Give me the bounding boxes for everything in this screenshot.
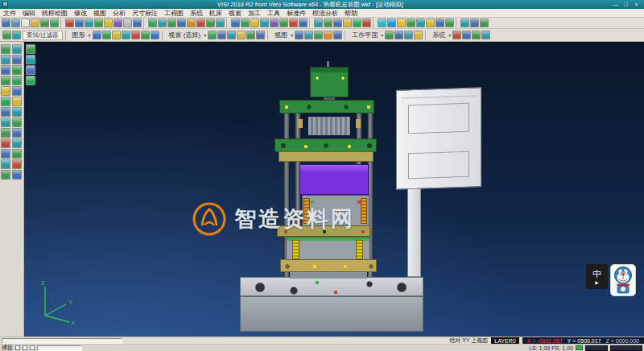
menu-item[interactable]: 文件	[0, 9, 19, 18]
toolbar-icon[interactable]	[21, 19, 30, 27]
toolbar-icon[interactable]	[2, 19, 10, 27]
toolbar-icon[interactable]	[426, 19, 435, 27]
menu-item[interactable]: 分析	[109, 9, 129, 18]
toolbar-icon[interactable]	[114, 19, 122, 27]
toolbar-icon[interactable]	[12, 65, 22, 75]
toolbar-icon[interactable]	[241, 19, 250, 27]
viewport-canvas[interactable]: 智造资料网 Z X Y 中 ▶	[24, 42, 644, 337]
toolbar-icon[interactable]	[196, 19, 205, 27]
toolbar-icon[interactable]	[1, 76, 10, 85]
toolbar-icon[interactable]	[299, 19, 308, 27]
toolbar-icon[interactable]	[65, 19, 74, 27]
menu-item[interactable]: 工具	[264, 9, 283, 18]
toolbar-icon[interactable]	[133, 19, 142, 27]
toolbar-icon[interactable]	[158, 19, 167, 27]
menu-item[interactable]: 系统	[187, 9, 206, 18]
toolbar-icon[interactable]	[1, 97, 10, 106]
toolbar-icon[interactable]	[112, 31, 121, 39]
toolbar-icon[interactable]	[460, 19, 469, 27]
toolbar-icon[interactable]	[104, 19, 113, 27]
model-riser-block[interactable]	[290, 272, 367, 279]
snap-toggle[interactable]	[30, 345, 35, 350]
toolbar-icon[interactable]	[206, 19, 215, 27]
toolbar-icon[interactable]	[279, 19, 288, 27]
model-top-clamp-plate[interactable]	[275, 138, 377, 152]
toolbar-icon[interactable]	[12, 149, 22, 159]
toolbar-group-workplane[interactable]: 工作平面	[350, 31, 379, 39]
toolbar-icon[interactable]	[343, 19, 352, 27]
toolbar-icon[interactable]	[12, 86, 22, 96]
model-side-panel[interactable]	[396, 87, 481, 190]
toolbar-icon[interactable]	[12, 118, 22, 127]
menu-item[interactable]: 线框绘图	[39, 9, 71, 18]
ime-indicator[interactable]: 中 ▶	[586, 264, 608, 289]
toolbar-icon[interactable]	[480, 19, 489, 27]
toolbar-icon[interactable]	[324, 31, 332, 39]
menu-item[interactable]: 视图	[90, 9, 109, 18]
toolbar-icon[interactable]	[378, 19, 386, 27]
menu-item[interactable]: 帮助	[341, 9, 361, 18]
toolbar-icon[interactable]	[260, 19, 269, 27]
menu-item[interactable]: 机床	[206, 9, 225, 18]
toolbar-icon[interactable]	[246, 31, 255, 39]
model-lower-plate[interactable]	[280, 259, 377, 272]
toolbar-icon[interactable]	[26, 65, 35, 75]
model-vertical-strip[interactable]	[407, 188, 421, 277]
toolbar-icon[interactable]	[1, 107, 10, 117]
toolbar-icon[interactable]	[12, 97, 22, 106]
toolbar-icon[interactable]	[12, 128, 22, 138]
toolbar-icon[interactable]	[250, 19, 259, 27]
toolbar-icon[interactable]	[314, 31, 323, 39]
toolbar-icon[interactable]	[26, 76, 35, 85]
toolbar-icon[interactable]	[1, 86, 10, 96]
toolbar-icon[interactable]	[85, 19, 93, 27]
toolbar-icon[interactable]	[1, 170, 10, 180]
toolbar-icon[interactable]	[394, 31, 403, 39]
toolbar-group-window-select[interactable]: 视窗 (选择)	[167, 31, 203, 39]
menu-item[interactable]: 标准件	[283, 9, 309, 18]
toolbar-icon[interactable]	[362, 19, 371, 27]
toolbar-icon[interactable]	[353, 19, 361, 27]
toolbar-icon[interactable]	[102, 31, 111, 39]
toolbar-icon[interactable]	[11, 19, 20, 27]
toolbar-icon[interactable]	[1, 118, 10, 127]
toolbar-icon[interactable]	[75, 19, 84, 27]
toolbar-icon[interactable]	[324, 19, 332, 27]
toolbar-icon[interactable]	[416, 19, 425, 27]
menu-item[interactable]: 编辑	[19, 9, 39, 18]
toolbar-icon[interactable]	[404, 31, 413, 39]
toolbar-icon[interactable]	[12, 44, 22, 54]
toolbar-icon[interactable]	[93, 31, 101, 39]
toolbar-icon[interactable]	[452, 31, 461, 39]
toolbar-icon[interactable]	[231, 19, 240, 27]
toolbar-icon[interactable]	[12, 31, 21, 39]
toolbar-icon[interactable]	[12, 138, 22, 148]
command-input[interactable]	[2, 338, 122, 344]
toolbar-icon[interactable]	[1, 65, 10, 75]
toolbar-icon[interactable]	[256, 31, 265, 39]
toolbar-icon[interactable]	[12, 76, 22, 85]
menu-item[interactable]: 模流分析	[309, 9, 341, 18]
toolbar-icon[interactable]	[407, 19, 415, 27]
toolbar-icon[interactable]	[289, 19, 298, 27]
toolbar-icon[interactable]	[217, 31, 226, 39]
toolbar-icon[interactable]	[26, 44, 35, 54]
toolbar-group-view[interactable]: 视图	[273, 31, 289, 39]
toolbar-icon[interactable]	[333, 31, 342, 39]
toolbar-icon[interactable]	[12, 55, 22, 64]
model-upper-beam[interactable]	[279, 100, 374, 114]
maximize-button[interactable]: □	[621, 1, 631, 9]
menu-item[interactable]: 加工	[245, 9, 264, 18]
toolbar-icon[interactable]	[1, 159, 10, 169]
toolbar-icon[interactable]	[177, 19, 186, 27]
toolbar-icon[interactable]	[40, 19, 49, 27]
toolbar-icon[interactable]	[1, 128, 10, 138]
toolbar-icon[interactable]	[333, 19, 342, 27]
snap-toggle[interactable]	[15, 345, 20, 350]
toolbar-icon[interactable]	[1, 149, 10, 159]
toolbar-icon[interactable]	[12, 107, 22, 117]
model-base-front[interactable]	[240, 296, 423, 332]
toolbar-icon[interactable]	[237, 31, 246, 39]
toolbar-icon[interactable]	[304, 31, 313, 39]
toolbar-group-graphics[interactable]: 图形	[71, 31, 87, 39]
